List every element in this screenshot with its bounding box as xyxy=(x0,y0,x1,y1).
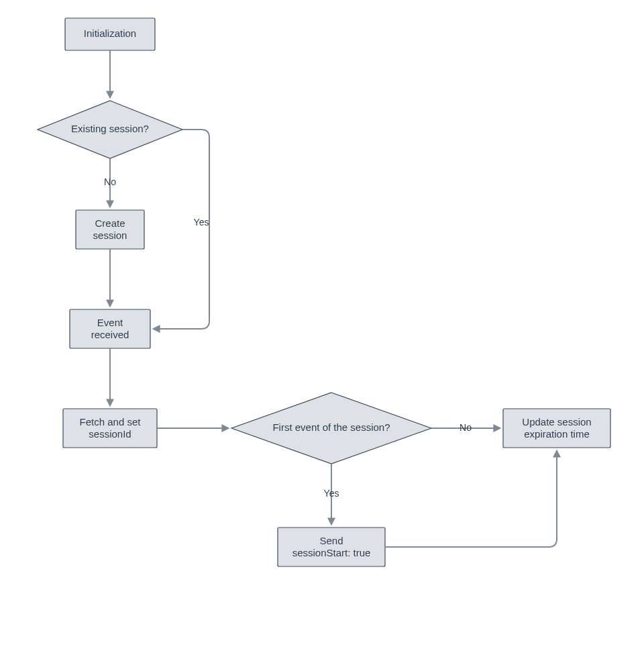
node-first-event-label: First event of the session? xyxy=(272,421,390,433)
node-fetch-sessionid: Fetch and set sessionId xyxy=(63,409,157,448)
node-create-session-label-1: Create xyxy=(95,217,125,229)
node-first-event: First event of the session? xyxy=(231,393,431,464)
edge-first-no-label: No xyxy=(460,422,472,433)
node-update-expiration-label-2: expiration time xyxy=(524,428,590,440)
node-existing-session: Existing session? xyxy=(38,101,182,158)
node-update-expiration-label-1: Update session xyxy=(522,416,591,428)
edge-first-yes-label: Yes xyxy=(324,488,339,499)
node-send-sessionstart-label-2: sessionStart: true xyxy=(292,547,371,558)
node-fetch-sessionid-label-1: Fetch and set xyxy=(80,416,142,428)
node-event-received-label-2: received xyxy=(91,329,129,340)
node-initialization: Initialization xyxy=(65,18,155,50)
node-update-expiration: Update session expiration time xyxy=(503,409,610,448)
node-fetch-sessionid-label-2: sessionId xyxy=(89,428,131,440)
node-create-session: Create session xyxy=(76,210,144,249)
node-send-sessionstart-label-1: Send xyxy=(319,535,343,546)
node-existing-session-label: Existing session? xyxy=(71,123,149,134)
edge-send-to-update xyxy=(385,451,557,547)
node-send-sessionstart: Send sessionStart: true xyxy=(278,528,385,566)
edge-existing-yes xyxy=(154,130,209,329)
node-initialization-label: Initialization xyxy=(84,28,136,39)
edge-existing-yes-label: Yes xyxy=(194,217,209,228)
node-event-received-label-1: Event xyxy=(97,317,123,328)
edge-existing-no-label: No xyxy=(104,177,116,187)
node-event-received: Event received xyxy=(70,309,150,348)
node-create-session-label-2: session xyxy=(93,230,127,241)
